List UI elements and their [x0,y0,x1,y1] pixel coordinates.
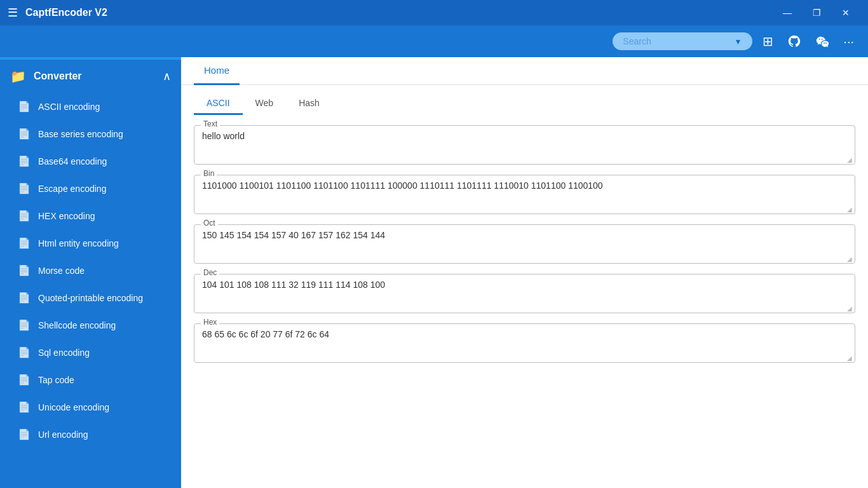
fields-container: Text hello world ◢ Bin 1101000 1100101 1… [181,115,868,373]
sidebar-item-sql-label: Sql encoding [38,348,90,358]
sidebar-item-tap-code[interactable]: 📄 Tap code [0,366,181,393]
file-icon: 📄 [18,155,31,167]
hamburger-icon[interactable]: ☰ [8,6,18,20]
hex-resize-handle[interactable]: ◢ [847,355,853,361]
dec-resize-handle[interactable]: ◢ [847,305,853,311]
sidebar-item-url[interactable]: 📄 Url encoding [0,421,181,448]
close-button[interactable]: ✕ [831,3,860,23]
sidebar-item-hex-label: HEX encoding [38,211,95,221]
file-icon: 📄 [18,292,31,304]
file-icon: 📄 [18,100,31,112]
sidebar-section-converter[interactable]: 📁 Converter ∧ [0,60,181,93]
sidebar-item-escape-label: Escape encoding [38,184,106,194]
oct-field-group: Oct 150 145 154 154 157 40 167 157 162 1… [194,224,855,264]
sidebar-item-base64[interactable]: 📄 Base64 encoding [0,147,181,175]
tab-home[interactable]: Home [194,57,240,85]
sub-tab-hash[interactable]: Hash [286,93,332,115]
title-bar: ☰ CaptfEncoder V2 — ❐ ✕ [0,0,868,25]
sidebar-item-unicode[interactable]: 📄 Unicode encoding [0,393,181,421]
search-box: ▾ [613,32,752,50]
folder-icon: 📁 [10,69,26,84]
content-area: Home ASCII Web Hash Text hello world ◢ B… [181,57,868,488]
file-icon: 📄 [18,237,31,249]
file-icon: 📄 [18,319,31,331]
file-icon: 📄 [18,346,31,358]
github-icon[interactable] [783,30,805,52]
sub-tabs: ASCII Web Hash [181,85,868,115]
hex-input[interactable]: 68 65 6c 6c 6f 20 77 6f 72 6c 64 [202,329,847,355]
file-icon: 📄 [18,210,31,222]
minimize-button[interactable]: — [773,3,802,23]
page-tabs: Home [181,57,868,85]
grid-icon[interactable]: ⊞ [759,30,777,53]
sidebar-item-ascii-label: ASCII encoding [38,102,100,112]
sub-tab-web[interactable]: Web [243,93,287,115]
bin-resize-handle[interactable]: ◢ [847,206,853,212]
bin-input[interactable]: 1101000 1100101 1101100 1101100 1101111 … [202,180,847,206]
text-field-label: Text [201,119,220,128]
search-container: ▾ [613,32,752,50]
sidebar-item-base-series-label: Base series encoding [38,129,123,139]
wechat-icon[interactable] [811,30,833,52]
maximize-button[interactable]: ❐ [802,3,831,23]
sidebar-item-morse[interactable]: 📄 Morse code [0,257,181,284]
oct-field-label: Oct [201,219,218,227]
file-icon: 📄 [18,428,31,440]
oct-input[interactable]: 150 145 154 154 157 40 167 157 162 154 1… [202,230,847,255]
toolbar: ▾ ⊞ ··· [0,25,868,57]
file-icon: 📄 [18,182,31,194]
bin-field-group: Bin 1101000 1100101 1101100 1101100 1101… [194,175,855,214]
text-resize-handle[interactable]: ◢ [847,156,853,163]
file-icon: 📄 [18,374,31,386]
sidebar-item-shellcode-label: Shellcode encoding [38,320,116,330]
oct-resize-handle[interactable]: ◢ [847,255,853,262]
text-input[interactable]: hello world [202,131,847,156]
sidebar-item-shellcode[interactable]: 📄 Shellcode encoding [0,311,181,339]
window-controls: — ❐ ✕ [773,3,860,23]
sidebar-item-quoted-printable[interactable]: 📄 Quoted-printable encoding [0,284,181,311]
sidebar-item-unicode-label: Unicode encoding [38,402,109,412]
sidebar-item-html-entity[interactable]: 📄 Html entity encoding [0,229,181,257]
title-bar-left: ☰ CaptfEncoder V2 [8,6,107,20]
sidebar-item-hex[interactable]: 📄 HEX encoding [0,202,181,229]
section-label: Converter [34,71,155,82]
sidebar-item-base-series[interactable]: 📄 Base series encoding [0,120,181,147]
sub-tab-ascii[interactable]: ASCII [194,93,243,115]
search-dropdown-icon[interactable]: ▾ [736,36,740,46]
sidebar-item-escape[interactable]: 📄 Escape encoding [0,175,181,202]
app-title: CaptfEncoder V2 [25,7,107,18]
dec-input[interactable]: 104 101 108 108 111 32 119 111 114 108 1… [202,280,847,305]
dec-field-group: Dec 104 101 108 108 111 32 119 111 114 1… [194,274,855,313]
hex-field-label: Hex [201,318,219,327]
sidebar: 📁 Converter ∧ 📄 ASCII encoding 📄 Base se… [0,57,181,488]
more-icon[interactable]: ··· [839,30,858,53]
sidebar-item-base64-label: Base64 encoding [38,156,107,166]
text-field-group: Text hello world ◢ [194,125,855,165]
file-icon: 📄 [18,128,31,140]
sidebar-item-url-label: Url encoding [38,430,88,440]
hex-field-group: Hex 68 65 6c 6c 6f 20 77 6f 72 6c 64 ◢ [194,323,855,363]
section-arrow-icon: ∧ [163,69,171,83]
main-layout: 📁 Converter ∧ 📄 ASCII encoding 📄 Base se… [0,57,868,488]
file-icon: 📄 [18,401,31,413]
sidebar-item-ascii[interactable]: 📄 ASCII encoding [0,93,181,120]
search-input[interactable] [623,36,731,46]
sidebar-item-sql[interactable]: 📄 Sql encoding [0,339,181,366]
sidebar-item-morse-label: Morse code [38,266,85,276]
sidebar-item-quoted-printable-label: Quoted-printable encoding [38,293,143,303]
file-icon: 📄 [18,264,31,276]
dec-field-label: Dec [201,268,219,277]
bin-field-label: Bin [201,169,217,178]
sidebar-item-html-entity-label: Html entity encoding [38,238,119,248]
sidebar-item-tap-code-label: Tap code [38,375,74,385]
